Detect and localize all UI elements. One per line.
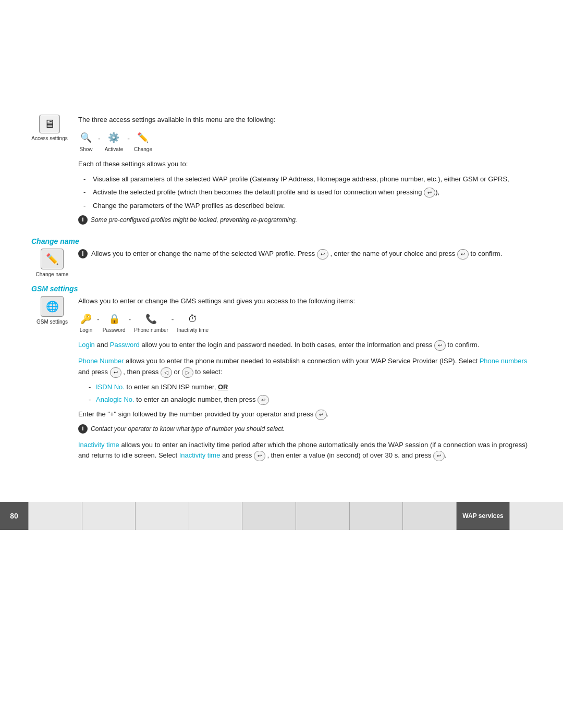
access-settings-icon: 🖥 xyxy=(39,115,60,133)
inactivity-label: Inactivity time xyxy=(177,326,209,335)
nav-tab-8[interactable] xyxy=(402,502,456,530)
phone-note-text: Contact your operator to know what type … xyxy=(91,424,285,434)
and-text: and xyxy=(96,341,109,349)
password-label: Password xyxy=(103,326,126,335)
nav-tab-3[interactable] xyxy=(135,502,189,530)
dash-2: - xyxy=(127,133,130,152)
three-icons-row: 🔍 Show - ⚙️ Activate - ✏️ Change xyxy=(78,131,532,154)
or-bold: OR xyxy=(218,383,228,391)
gsm-settings-section: GSM settings 🌐 GSM settings Allows you t… xyxy=(31,285,532,462)
gsm-settings-header: GSM settings xyxy=(31,285,532,293)
gsm-settings-content: 🌐 GSM settings Allows you to enter or ch… xyxy=(31,296,532,462)
login-pass-text: allow you to enter the login and passwor… xyxy=(141,341,434,349)
activate-icon-group: ⚙️ Activate xyxy=(105,131,124,154)
bullet-1: Visualise all parameters of the selected… xyxy=(83,174,532,184)
inactivity-link-1: Inactivity time xyxy=(78,441,119,449)
activate-label: Activate xyxy=(105,145,124,154)
bullet-3: Change the parameters of the WAP profile… xyxy=(83,201,532,211)
access-settings-label: Access settings xyxy=(31,135,67,141)
phone-note: i Contact your operator to know what typ… xyxy=(78,424,532,434)
access-note: i Some pre-configured profiles might be … xyxy=(78,215,532,225)
phone-number-para: Phone Number allows you to enter the pho… xyxy=(78,356,532,378)
nav-tab-1[interactable] xyxy=(28,502,82,530)
nav-tab-4[interactable] xyxy=(189,502,242,530)
to-confirm: to confirm. xyxy=(448,341,480,349)
password-link: Password xyxy=(110,341,140,349)
phone-number-icon-group: 📞 Phone number xyxy=(134,312,168,335)
confirm-btn-2: ↩ xyxy=(434,340,446,351)
to-select: to select: xyxy=(195,368,222,376)
phone-number-text-1: allows you to enter the phone number nee… xyxy=(126,357,480,365)
confirm-btn-7: ↩ xyxy=(433,451,445,461)
show-icon: 🔍 xyxy=(78,131,94,145)
phone-sub-list: ISDN No. to enter an ISDN ISP number, OR… xyxy=(89,382,532,405)
isdn-text: to enter an ISDN ISP number, xyxy=(127,383,218,391)
inactivity-icon-group: ⏱ Inactivity time xyxy=(177,312,209,335)
gsm-icons-row: 🔑 Login - 🔒 Password - 📞 Phone number - xyxy=(78,312,532,335)
then-press: , then press xyxy=(123,368,161,376)
plus-sign-para: Enter the "+" sign followed by the numbe… xyxy=(78,409,532,420)
nav-btn-1: ◁ xyxy=(161,367,172,378)
change-name-text: i Allows you to enter or change the name… xyxy=(78,249,532,260)
phone-number-icon: 📞 xyxy=(143,312,159,326)
change-label: Change xyxy=(134,145,152,154)
sub-intro: Each of these settings allows you to: xyxy=(78,159,532,170)
change-name-icon-block: ✏️ Change name xyxy=(31,249,73,277)
change-name-header: Change name xyxy=(31,237,532,245)
gsm-intro: Allows you to enter or change the GMS se… xyxy=(78,296,532,307)
dash-4: - xyxy=(129,314,131,332)
isdn-item: ISDN No. to enter an ISDN ISP number, OR xyxy=(89,382,532,392)
phone-note-icon: i xyxy=(78,424,88,434)
bullet-2: Activate the selected profile (which the… xyxy=(83,187,532,198)
bottom-nav: 80 WAP services xyxy=(0,502,563,530)
change-name-section: Change name ✏️ Change name i Allows you … xyxy=(31,237,532,277)
gsm-settings-text: Allows you to enter or change the GMS se… xyxy=(78,296,532,462)
nav-tab-10[interactable] xyxy=(509,502,563,530)
phone-number-label: Phone number xyxy=(134,326,168,335)
nav-tab-5[interactable] xyxy=(242,502,296,530)
or-text-sep: or xyxy=(174,368,182,376)
nav-tab-2[interactable] xyxy=(82,502,136,530)
dash-5: - xyxy=(172,314,174,332)
confirm-btn-4: ↩ xyxy=(258,395,269,405)
phone-and-press: and press xyxy=(78,368,110,376)
access-settings-text: The three access settings available in t… xyxy=(78,115,532,229)
page-number: 80 xyxy=(0,502,28,530)
note-text: Some pre-configured profiles might be lo… xyxy=(91,215,297,225)
press-btn-1: ↩ xyxy=(317,249,328,260)
gsm-settings-icon-label: GSM settings xyxy=(36,319,68,325)
gsm-settings-icon-block: 🌐 GSM settings xyxy=(31,296,73,325)
dash-3: - xyxy=(97,314,100,332)
gsm-settings-icon: 🌐 xyxy=(41,296,64,317)
login-label: Login xyxy=(80,326,92,335)
inactivity-para: Inactivity time allows you to enter an i… xyxy=(78,440,532,462)
login-icon: 🔑 xyxy=(78,312,94,326)
change-icon-group: ✏️ Change xyxy=(134,131,152,154)
activate-icon: ⚙️ xyxy=(106,131,121,145)
change-name-note-icon: i xyxy=(78,249,88,258)
login-link: Login xyxy=(78,341,95,349)
confirm-btn-5: ↩ xyxy=(315,410,327,420)
nav-tab-wap-services[interactable]: WAP services xyxy=(456,502,510,530)
wap-services-label: WAP services xyxy=(462,512,504,520)
access-settings-icon-block: 🖥 Access settings xyxy=(31,115,68,141)
access-settings-section: 🖥 Access settings The three access setti… xyxy=(31,115,532,229)
confirm-btn-1: ↩ xyxy=(457,249,469,260)
change-name-icon-label: Change name xyxy=(36,272,69,277)
confirm-btn-6: ↩ xyxy=(254,451,265,461)
ok-button-icon: ↩ xyxy=(424,188,435,198)
change-name-content: ✏️ Change name i Allows you to enter or … xyxy=(31,249,532,277)
nav-tab-6[interactable] xyxy=(296,502,349,530)
note-icon: i xyxy=(78,215,88,225)
nav-tab-7[interactable] xyxy=(349,502,403,530)
inactivity-link-2: Inactivity time xyxy=(179,451,221,459)
analogic-item: Analogic No. to enter an analogic number… xyxy=(89,394,532,405)
inactivity-icon: ⏱ xyxy=(185,312,201,326)
login-password-para: Login and Password allow you to enter th… xyxy=(78,340,532,351)
show-label: Show xyxy=(79,145,92,154)
password-icon-group: 🔒 Password xyxy=(103,312,126,335)
analogic-link: Analogic No. xyxy=(96,396,134,403)
dash-1: - xyxy=(98,133,101,152)
change-icon: ✏️ xyxy=(135,131,151,145)
login-icon-group: 🔑 Login xyxy=(78,312,94,335)
